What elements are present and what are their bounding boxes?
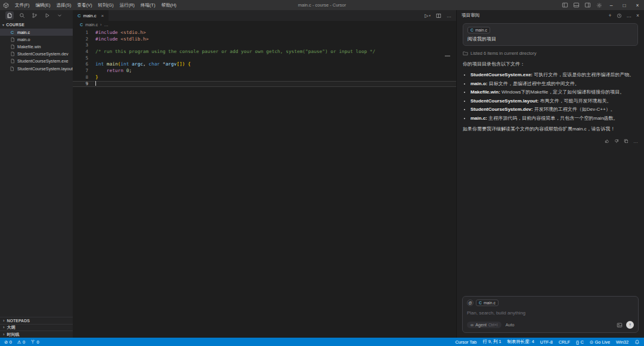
source-control-icon[interactable] [30, 11, 39, 20]
menu-item[interactable]: 运行(R) [116, 2, 137, 8]
code-line[interactable]: 9 [73, 81, 456, 88]
status-eol[interactable]: CRLF [559, 339, 570, 345]
close-window-button[interactable]: × [631, 0, 644, 10]
explorer-icon[interactable] [5, 11, 14, 20]
chevron-right-icon: › [100, 22, 101, 27]
send-button[interactable]: ↑ [626, 321, 634, 329]
error-icon: ⊘ [4, 339, 8, 345]
run-and-debug-icon[interactable] [43, 11, 51, 20]
sidebar-section-timeline[interactable]: ›时间线 [0, 331, 73, 338]
breadcrumb-more[interactable]: … [104, 22, 109, 27]
notifications-bell-icon[interactable] [634, 339, 640, 345]
toggle-secondary-sidebar-icon[interactable] [582, 0, 593, 10]
image-attach-icon[interactable] [617, 322, 623, 328]
c-file-icon: C [78, 13, 80, 18]
file-name: main.o [17, 37, 30, 42]
status-cursor-position[interactable]: 行 9, 列 1 [482, 339, 501, 345]
new-chat-icon[interactable]: + [609, 13, 612, 18]
agent-mode-selector[interactable]: ∞ Agent Ctrl+I [467, 322, 501, 328]
toggle-panel-icon[interactable] [571, 0, 582, 10]
context-chip[interactable]: C main.c [476, 300, 499, 306]
tab-label: main.c [83, 13, 96, 18]
maximize-button[interactable]: □ [618, 0, 631, 10]
status-platform[interactable]: Win32 [616, 339, 628, 345]
tool-call-note[interactable]: Listed 6 items in current directory [463, 51, 638, 56]
workbench: ▾ COURSE Cmain.c main.o Makefile.win Stu… [0, 10, 644, 338]
chevron-down-icon[interactable] [55, 11, 64, 20]
file-icon [10, 44, 15, 49]
minimize-button[interactable]: – [605, 0, 618, 10]
thumbs-up-icon[interactable] [605, 139, 609, 144]
status-cursor-tab[interactable]: Cursor Tab [455, 339, 476, 345]
file-tree-item[interactable]: StudentCourseSystem.dev [0, 51, 73, 58]
model-selector[interactable]: Auto [506, 322, 515, 328]
menu-item[interactable]: 选择(S) [54, 2, 75, 8]
split-editor-icon[interactable] [436, 13, 441, 18]
sidebar-bottom-sections: ›NOTEPADS›大纲›时间线 [0, 317, 73, 338]
menu-item[interactable]: 帮助(H) [158, 2, 179, 8]
tab-main-c[interactable]: C main.c × [73, 10, 109, 21]
menu-item[interactable]: 编辑(E) [33, 2, 54, 8]
toggle-primary-sidebar-icon[interactable] [559, 0, 571, 10]
file-tree-item[interactable]: main.o [0, 36, 73, 43]
file-name: StudentCourseSystem.exe [17, 58, 69, 64]
menu-item[interactable]: 文件(F) [12, 2, 33, 8]
line-number: 1 [73, 30, 95, 36]
more-actions-icon[interactable]: … [627, 13, 632, 18]
menu-item[interactable]: 终端(T) [138, 2, 159, 8]
file-tree-item[interactable]: StudentCourseSystem.exe [0, 58, 73, 65]
status-indentation[interactable]: 制表符长度: 4 [507, 339, 534, 345]
file-tree-item[interactable]: Cmain.c [0, 29, 73, 36]
status-encoding[interactable]: UTF-8 [540, 339, 553, 345]
code-line[interactable]: 4/* run this program using the console p… [73, 49, 456, 55]
file-tree-item[interactable]: Makefile.win [0, 43, 73, 50]
close-panel-icon[interactable]: × [636, 13, 639, 18]
project-file-bullet: StudentCourseSystem.layout: 布局文件，可能与开发环境… [470, 97, 638, 106]
code-line[interactable]: 7 return 0; [73, 68, 456, 74]
section-label: NOTEPADS [7, 319, 30, 323]
menu-item[interactable]: 查看(V) [75, 2, 95, 8]
breadcrumb[interactable]: C main.c › … [73, 21, 456, 29]
project-file-bullet: StudentCourseSystem.dev: 开发环境的工程文件（如Dev-… [470, 105, 638, 114]
overview-ruler-mark [445, 55, 450, 57]
chat-history-icon[interactable] [617, 13, 622, 18]
status-go-live[interactable]: ⊙Go Live [590, 339, 610, 345]
more-actions-icon[interactable]: … [447, 13, 451, 18]
explorer-section-header[interactable]: ▾ COURSE [0, 21, 73, 29]
code-line[interactable]: 5 [73, 55, 456, 62]
ports-forwarded[interactable]: 0 [30, 339, 39, 345]
sidebar-section-outline[interactable]: ›大纲 [0, 324, 73, 331]
code-line[interactable]: 1#include <stdio.h> [73, 30, 456, 36]
thumbs-down-icon[interactable] [614, 139, 619, 144]
problems-errors[interactable]: ⊘ 0 [4, 339, 12, 345]
code-line[interactable]: 2#include <stdlib.h> [73, 36, 456, 43]
code-area[interactable]: 1#include <stdio.h>2#include <stdlib.h>3… [73, 29, 456, 338]
code-line[interactable]: 3 [73, 42, 456, 49]
file-tree-item[interactable]: StudentCourseSystem.layout [0, 65, 73, 72]
code-text: } [95, 74, 98, 81]
project-file-bullet: Makefile.win: Windows下的Makefile，定义了如何编译和… [470, 88, 638, 97]
menu-item[interactable]: 转到(G) [95, 2, 117, 8]
search-icon[interactable] [18, 11, 26, 20]
code-text: #include <stdlib.h> [95, 36, 148, 43]
assistant-outro: 如果你需要我详细解读某个文件的内容或帮助你扩展main.c，请告诉我！ [463, 125, 638, 133]
code-line[interactable]: 8} [73, 74, 456, 81]
file-tree: Cmain.c main.o Makefile.win StudentCours… [0, 29, 73, 72]
close-tab-icon[interactable]: × [101, 13, 104, 18]
more-actions-icon[interactable]: … [633, 139, 638, 144]
settings-gear-icon[interactable] [593, 0, 605, 10]
add-context-button[interactable]: @ [467, 300, 473, 306]
code-line[interactable]: 6int main(int argc, char *argv[]) { [73, 61, 456, 68]
breadcrumb-file[interactable]: main.c [85, 22, 98, 27]
editor-actions: ▷▾ … [425, 10, 451, 21]
file-icon [10, 37, 15, 42]
chat-input[interactable]: Plan, search, build anything [467, 310, 634, 316]
file-name: StudentCourseSystem.dev [17, 51, 69, 57]
status-language-mode[interactable]: {}C [576, 339, 584, 345]
copy-icon[interactable] [624, 139, 628, 144]
problems-warnings[interactable]: ⚠ 0 [17, 339, 25, 345]
context-chip[interactable]: C main.c [467, 27, 490, 33]
chat-input-box[interactable]: @ C main.c Plan, search, build anything … [462, 296, 639, 333]
sidebar-section-notepads[interactable]: ›NOTEPADS [0, 317, 73, 324]
run-code-button[interactable]: ▷▾ [425, 13, 431, 18]
